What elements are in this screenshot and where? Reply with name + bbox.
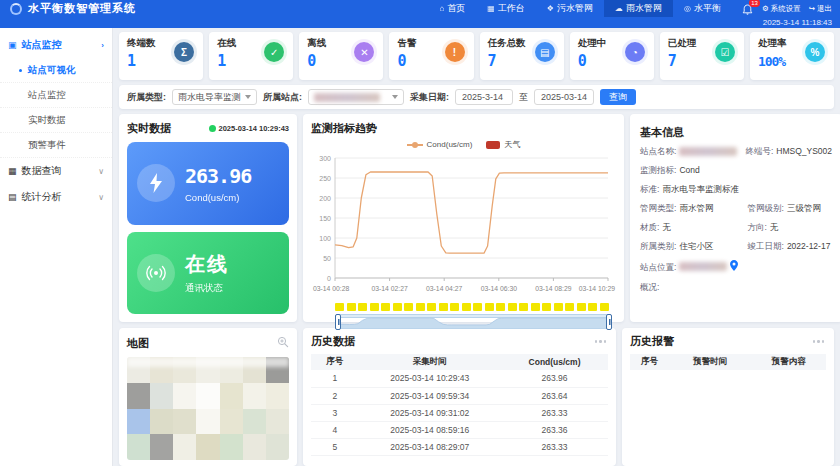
table-cell: 263.64	[501, 387, 608, 404]
logout-button[interactable]: ↪ 退出	[809, 4, 832, 14]
info-field-label: 所属类别:	[640, 241, 676, 251]
table-row[interactable]: 32025-03-14 09:31:02263.33	[311, 404, 608, 421]
nav-tab-首页[interactable]: ⌂首页	[428, 0, 476, 17]
table-row[interactable]: 12025-03-14 10:29:43263.96	[311, 370, 608, 387]
map-tile	[220, 383, 243, 409]
sidebar: ▣站点监控›站点可视化站点监控实时数据预警事件▦数据查询∨▤统计分析∨	[0, 28, 113, 466]
sidebar-item-数据查询[interactable]: ▦数据查询∨	[0, 158, 112, 184]
svg-text:03-14 10:29: 03-14 10:29	[579, 285, 616, 292]
sidebar-group: ▣站点监控›站点可视化站点监控实时数据预警事件	[0, 32, 112, 158]
check-icon: ✓	[264, 42, 284, 62]
table-cell: 263.36	[501, 421, 608, 438]
type-select[interactable]: 雨水电导率监测	[172, 89, 257, 105]
table-row[interactable]: 22025-03-14 09:59:34263.64	[311, 387, 608, 404]
table-row[interactable]: 52025-03-14 08:29:07263.33	[311, 438, 608, 455]
column-header: 预警内容	[752, 354, 827, 370]
datazoom-left-handle[interactable]	[335, 314, 341, 330]
nav-tab-污水管网[interactable]: ❖污水管网	[536, 0, 604, 17]
type-filter-label: 所属类型:	[127, 91, 166, 104]
tasks-icon: ▤	[532, 39, 558, 65]
stat-card-处理中[interactable]: 处理中0◔	[570, 32, 654, 80]
sidebar-item-站点监控[interactable]: ▣站点监控›	[0, 32, 112, 58]
settings-button[interactable]: ⚙ 系统设置	[762, 4, 801, 14]
svg-text:03-14 00:28: 03-14 00:28	[313, 285, 350, 292]
info-field-value: 2022-12-17	[787, 241, 830, 251]
table-cell: 1	[311, 370, 359, 387]
redacted-value	[679, 262, 727, 271]
info-field-value: 三级管网	[787, 203, 821, 213]
map-tile	[243, 434, 266, 460]
map-tile	[220, 409, 243, 435]
monitor-icon: ▣	[8, 40, 17, 50]
svg-text:03-14 02:27: 03-14 02:27	[371, 285, 408, 292]
map-panel: 地图	[119, 328, 297, 466]
nav-tab-水平衡[interactable]: ◎水平衡	[673, 0, 732, 17]
system-clock: 2025-3-14 11:18:43	[763, 18, 832, 27]
table-cell: 2025-03-14 10:29:43	[359, 370, 502, 387]
stat-card-离线[interactable]: 离线0✕	[299, 32, 383, 80]
date-to-input[interactable]: 2025-03-14	[534, 89, 594, 105]
datazoom-slider[interactable]	[335, 314, 612, 318]
chevron-down-icon	[392, 95, 398, 99]
sidebar-subitem-label: 预警事件	[28, 139, 66, 152]
weather-sunny-icon	[565, 303, 574, 311]
chevron-icon: ∨	[98, 167, 104, 176]
station-filter-label: 所属站点:	[263, 91, 302, 104]
map-tile	[173, 434, 196, 460]
date-from-input[interactable]: 2025-3-14	[455, 89, 513, 105]
weather-sunny-icon	[542, 303, 551, 311]
stat-card-已处理[interactable]: 已处理7☑	[660, 32, 744, 80]
weather-strip	[335, 303, 616, 311]
alert-icon: !	[442, 39, 468, 65]
sidebar-item-label: 统计分析	[22, 190, 62, 204]
sidebar-item-统计分析[interactable]: ▤统计分析∨	[0, 184, 112, 210]
comm-status-value: 在线	[185, 251, 229, 278]
trend-line-chart[interactable]: 05010015020025030003-14 00:2803-14 02:27…	[311, 150, 616, 300]
table-cell: 3	[311, 404, 359, 421]
nav-tab-雨水管网[interactable]: ☁雨水管网	[604, 0, 673, 17]
stat-card-在线[interactable]: 在线1✓	[209, 32, 293, 80]
svg-text:200: 200	[319, 195, 331, 202]
info-row: 站点位置:	[640, 260, 832, 273]
info-field-label: 标准:	[640, 184, 659, 194]
nav-tab-工作台[interactable]: ▦工作台	[476, 0, 536, 17]
weather-sunny-icon	[554, 303, 563, 311]
more-icon[interactable]	[593, 338, 609, 345]
trend-chart-panel: 监测指标趋势 Cond(us/cm)天气 0501001502002503000…	[303, 114, 624, 322]
map-tile	[243, 409, 266, 435]
legend-item-Cond(us/cm)[interactable]: Cond(us/cm)	[407, 139, 473, 150]
sidebar-subitem-实时数据[interactable]: 实时数据	[0, 108, 112, 133]
map-zoom-icon[interactable]	[277, 334, 289, 352]
notification-bell-icon[interactable]: 13	[742, 2, 754, 15]
main-content: 终端数1Σ在线1✓离线0✕告警0!任务总数7▤处理中0◔已处理7☑处理率100%…	[113, 28, 840, 466]
sidebar-subitem-站点监控[interactable]: 站点监控	[0, 83, 112, 108]
info-field: 管网级别:三级管网	[748, 203, 832, 213]
table-cell: 2025-03-14 09:31:02	[359, 404, 502, 421]
table-row[interactable]: 42025-03-14 08:59:16263.36	[311, 421, 608, 438]
comm-status-tile[interactable]: 在线 通讯状态	[127, 232, 289, 315]
top-navbar: 水平衡数智管理系统 ⌂首页▦工作台❖污水管网☁雨水管网◎水平衡 13 ⚙ 系统设…	[0, 0, 840, 28]
tasks-icon: ▤	[535, 42, 555, 62]
legend-item-天气[interactable]: 天气	[486, 139, 520, 150]
more-icon[interactable]	[811, 338, 827, 345]
weather-sunny-icon	[485, 303, 494, 311]
date-filter-label: 采集日期:	[410, 91, 449, 104]
sidebar-subitem-站点可视化[interactable]: 站点可视化	[0, 58, 112, 83]
table-cell: 263.33	[501, 438, 608, 455]
info-field: 概况:	[640, 282, 832, 292]
stat-card-告警[interactable]: 告警0!	[389, 32, 473, 80]
map-tile	[127, 409, 150, 435]
history-alarm-panel: 历史报警 序号预警时间预警内容	[622, 328, 834, 466]
map-tiles[interactable]	[127, 357, 289, 460]
station-select[interactable]	[308, 89, 404, 105]
location-pin-icon[interactable]	[730, 260, 738, 273]
stat-card-终端数[interactable]: 终端数1Σ	[119, 32, 203, 80]
weather-sunny-icon	[416, 303, 425, 311]
stat-card-处理率[interactable]: 处理率100%%	[750, 32, 834, 80]
datazoom-right-handle[interactable]	[606, 314, 612, 330]
chart-legend: Cond(us/cm)天气	[311, 139, 616, 150]
realtime-value-tile[interactable]: 263.96 Cond(us/cm)	[127, 142, 289, 225]
sidebar-subitem-预警事件[interactable]: 预警事件	[0, 133, 112, 158]
stat-card-任务总数[interactable]: 任务总数7▤	[480, 32, 564, 80]
search-button[interactable]: 查询	[600, 89, 636, 105]
